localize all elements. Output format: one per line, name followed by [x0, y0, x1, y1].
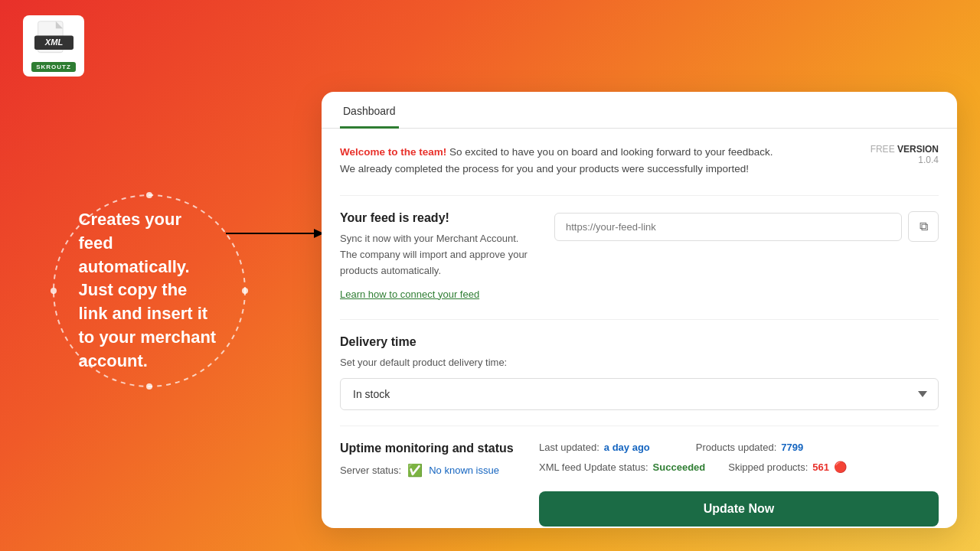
svg-point-8 [51, 288, 57, 294]
feed-description: Sync it now with your Merchant Account. … [340, 231, 531, 279]
learn-link[interactable]: Learn how to connect your feed [340, 289, 479, 300]
skipped-label: Skipped products: [728, 461, 808, 473]
xml-feed-value: Succeeded [653, 461, 706, 473]
skipped-value: 561 [812, 461, 829, 473]
feed-ready-left: Your feed is ready! Sync it now with you… [340, 211, 531, 300]
divider-1 [340, 195, 939, 196]
welcome-main: So excited to have you on board and look… [449, 146, 773, 158]
version-number: 1.0.4 [918, 155, 939, 165]
logo-icon: XML SKROUTZ [23, 15, 84, 77]
delivery-title: Delivery time [340, 335, 939, 349]
circle-container: Creates your feed automatically. Just co… [42, 184, 256, 398]
svg-point-6 [242, 288, 248, 294]
products-updated-row: Products updated: 7799 [696, 442, 803, 453]
uptime-right: Last updated: a day ago Products updated… [539, 442, 939, 527]
divider-2 [340, 319, 939, 320]
card-body: Welcome to the team! So excited to have … [322, 129, 957, 527]
check-icon: ✅ [407, 463, 423, 478]
uptime-stats: Last updated: a day ago Products updated… [539, 442, 939, 473]
svg-point-7 [146, 383, 152, 390]
version-label: VERSION [897, 144, 939, 155]
welcome-text: Welcome to the team! So excited to have … [340, 144, 773, 177]
server-label: Server status: [340, 465, 401, 476]
welcome-highlight: Welcome to the team! [340, 146, 446, 158]
delivery-section: Delivery time Set your default product d… [340, 335, 939, 411]
products-updated-value: 7799 [781, 442, 803, 453]
uptime-section: Uptime monitoring and status Server stat… [340, 442, 939, 527]
update-now-button[interactable]: Update Now [539, 491, 939, 527]
version-badge: FREE VERSION 1.0.4 [871, 144, 939, 165]
arrow [226, 222, 325, 245]
last-updated-row: Last updated: a day ago [539, 442, 650, 453]
circle-text: Creates your feed automatically. Just co… [79, 208, 220, 373]
products-updated-label: Products updated: [696, 442, 777, 453]
logo-badge: SKROUTZ [31, 62, 76, 72]
welcome-sub: We already completed the process for you… [340, 163, 749, 174]
delivery-description: Set your default product delivery time: [340, 355, 939, 371]
uptime-left: Uptime monitoring and status Server stat… [340, 442, 539, 527]
skipped-row: Skipped products: 561 🔴 [728, 461, 847, 473]
left-panel: XML SKROUTZ Creates your feed automatica… [0, 0, 299, 551]
xml-feed-label: XML feed Update status: [539, 461, 648, 473]
copy-button[interactable]: ⧉ [908, 211, 939, 242]
tab-dashboard[interactable]: Dashboard [340, 93, 399, 129]
uptime-title: Uptime monitoring and status [340, 442, 539, 455]
feed-title: Your feed is ready! [340, 211, 531, 225]
welcome-banner: Welcome to the team! So excited to have … [340, 144, 939, 177]
feed-ready-right: ⧉ [554, 211, 939, 242]
version-free: FREE [871, 144, 895, 155]
tab-bar: Dashboard [322, 92, 957, 129]
delivery-select[interactable]: In stock 1-3 days 3-5 days 5-10 days [340, 378, 939, 410]
last-updated-value: a day ago [604, 442, 650, 453]
svg-point-5 [146, 192, 152, 198]
divider-3 [340, 425, 939, 426]
last-updated-label: Last updated: [539, 442, 599, 453]
feed-url-input[interactable] [554, 213, 902, 241]
logo-container: XML SKROUTZ [23, 15, 84, 77]
xml-file-icon: XML [33, 20, 75, 59]
copy-icon: ⧉ [920, 220, 928, 233]
error-icon: 🔴 [834, 461, 847, 473]
svg-text:XML: XML [44, 37, 63, 47]
feed-ready-section: Your feed is ready! Sync it now with you… [340, 211, 939, 300]
server-status: Server status: ✅ No known issue [340, 463, 539, 478]
xml-feed-row: XML feed Update status: Succeeded [539, 461, 705, 473]
main-card: Dashboard Welcome to the team! So excite… [322, 92, 957, 528]
server-value: No known issue [429, 465, 499, 476]
